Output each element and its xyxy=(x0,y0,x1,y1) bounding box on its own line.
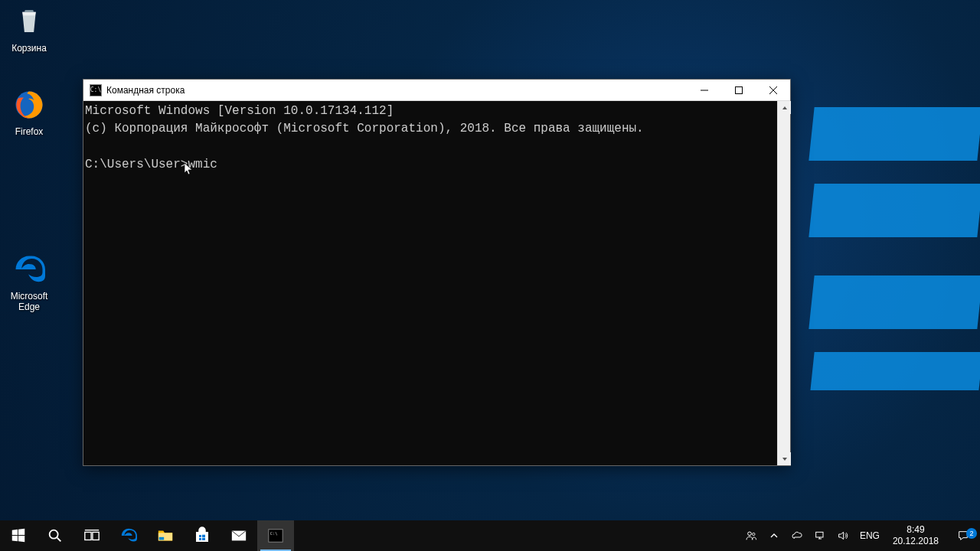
windows-icon xyxy=(10,527,27,544)
notification-badge: 2 xyxy=(966,528,977,539)
console-line: (c) Корпорация Майкрософт (Microsoft Cor… xyxy=(85,122,644,135)
minimize-button[interactable] xyxy=(687,80,721,101)
chevron-up-icon xyxy=(768,530,780,542)
desktop-icon-recycle-bin[interactable]: Корзина xyxy=(0,3,58,54)
edge-icon xyxy=(11,251,47,288)
cmd-icon: C:\ xyxy=(267,527,284,544)
taskbar-edge[interactable] xyxy=(110,520,147,551)
language-text: ENG xyxy=(860,530,880,541)
scroll-up-button[interactable] xyxy=(778,101,791,114)
edge-icon xyxy=(120,527,137,544)
cloud-icon xyxy=(791,530,803,542)
taskbar: C:\ ENG 8:49 20.12.2018 2 xyxy=(0,520,980,551)
console-prompt: C:\Users\User> xyxy=(85,158,188,171)
console-line: Microsoft Windows [Version 10.0.17134.11… xyxy=(85,104,394,118)
tray-overflow-button[interactable] xyxy=(763,520,786,551)
window-titlebar[interactable]: C:\ Командная строка xyxy=(83,80,790,101)
svg-point-10 xyxy=(753,533,755,535)
recycle-bin-icon xyxy=(11,3,47,40)
tray-onedrive[interactable] xyxy=(786,520,808,551)
start-button[interactable] xyxy=(0,520,37,551)
command-prompt-window: C:\ Командная строка Microsoft Windows [… xyxy=(83,79,791,466)
console-output[interactable]: Microsoft Windows [Version 10.0.17134.11… xyxy=(83,101,777,465)
language-indicator[interactable]: ENG xyxy=(854,520,885,551)
volume-icon xyxy=(837,530,849,542)
svg-rect-5 xyxy=(159,537,164,540)
close-button[interactable] xyxy=(756,80,790,101)
cmd-icon: C:\ xyxy=(90,84,102,96)
task-view-icon xyxy=(83,527,100,544)
search-icon xyxy=(47,527,64,544)
tray-volume[interactable] xyxy=(831,520,854,551)
desktop-icon-label: Firefox xyxy=(0,126,58,137)
desktop-icon-label: Корзина xyxy=(0,43,58,54)
people-icon xyxy=(745,530,757,542)
maximize-button[interactable] xyxy=(721,80,756,101)
mail-icon xyxy=(230,527,247,544)
svg-text:C:\: C:\ xyxy=(270,531,278,536)
scroll-down-button[interactable] xyxy=(778,452,791,465)
firefox-icon xyxy=(11,86,47,123)
people-button[interactable] xyxy=(740,520,763,551)
desktop-icon-edge[interactable]: Microsoft Edge xyxy=(0,251,58,313)
taskbar-clock[interactable]: 8:49 20.12.2018 xyxy=(885,524,946,547)
clock-time: 8:49 xyxy=(893,524,939,536)
system-tray: ENG 8:49 20.12.2018 2 xyxy=(740,520,980,551)
svg-point-2 xyxy=(50,530,58,539)
network-icon xyxy=(814,530,826,542)
svg-point-9 xyxy=(748,532,752,536)
task-view-button[interactable] xyxy=(74,520,110,551)
taskbar-mail[interactable] xyxy=(220,520,257,551)
store-icon xyxy=(193,527,211,545)
tray-network[interactable] xyxy=(808,520,831,551)
clock-date: 20.12.2018 xyxy=(893,536,939,547)
action-center-button[interactable]: 2 xyxy=(946,530,980,542)
svg-rect-4 xyxy=(93,532,99,540)
taskbar-store[interactable] xyxy=(184,520,220,551)
console-command: wmic xyxy=(188,158,217,171)
desktop-icon-label: Microsoft Edge xyxy=(0,291,58,313)
desktop-icon-firefox[interactable]: Firefox xyxy=(0,86,58,137)
svg-rect-3 xyxy=(85,532,91,540)
search-button[interactable] xyxy=(37,520,74,551)
console-scrollbar[interactable] xyxy=(777,101,790,465)
taskbar-file-explorer[interactable] xyxy=(147,520,184,551)
window-title: Командная строка xyxy=(106,85,185,96)
folder-icon xyxy=(157,527,174,544)
svg-rect-11 xyxy=(816,532,823,537)
taskbar-cmd[interactable]: C:\ xyxy=(257,520,294,551)
svg-rect-1 xyxy=(735,86,742,93)
